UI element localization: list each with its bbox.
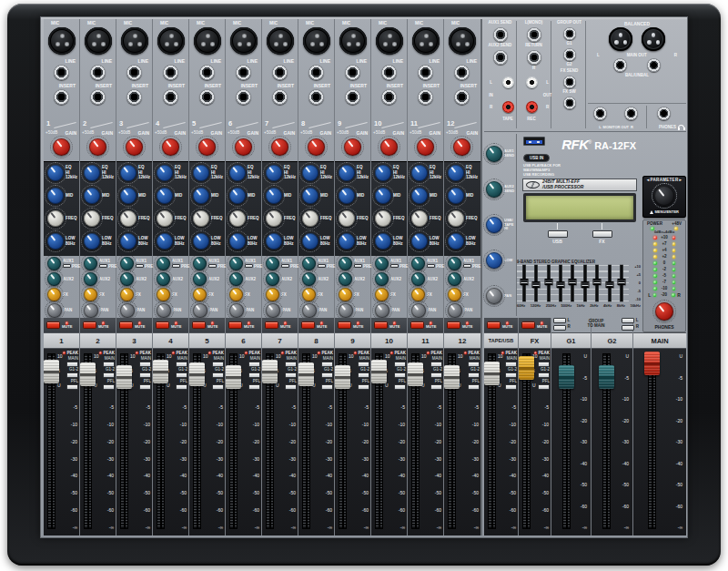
gain-knob[interactable] xyxy=(417,138,434,156)
low-eq-knob[interactable] xyxy=(411,233,428,250)
channel-fader[interactable] xyxy=(444,365,460,389)
aux2-level-knob[interactable] xyxy=(47,272,61,286)
fx-level-knob[interactable] xyxy=(266,288,279,301)
pan-knob[interactable] xyxy=(229,303,244,318)
fx-level-knob[interactable] xyxy=(375,288,389,301)
main-assign-button[interactable] xyxy=(139,362,151,367)
aux1-level-knob[interactable] xyxy=(157,257,170,270)
group-assign-button[interactable] xyxy=(468,372,480,378)
pan-knob[interactable] xyxy=(339,303,353,318)
group-assign-button[interactable] xyxy=(394,372,406,378)
fx-level-knob[interactable] xyxy=(84,288,97,301)
low-eq-knob[interactable] xyxy=(448,233,464,250)
aux1-level-knob[interactable] xyxy=(339,257,352,270)
pfl-button[interactable] xyxy=(212,384,224,390)
pfl-button[interactable] xyxy=(358,384,369,390)
fx-fader[interactable] xyxy=(519,356,534,380)
group-assign-button[interactable] xyxy=(538,372,550,378)
aux2-level-knob[interactable] xyxy=(448,272,461,286)
geq-band-slider[interactable] xyxy=(581,281,589,288)
gain-knob[interactable] xyxy=(380,138,398,156)
main-assign-button[interactable] xyxy=(103,362,115,367)
mute-button[interactable] xyxy=(338,321,351,329)
geq-band-slider[interactable] xyxy=(557,281,565,288)
aux2-level-knob[interactable] xyxy=(193,272,207,286)
mute-button[interactable] xyxy=(119,321,133,329)
gain-knob[interactable] xyxy=(198,138,216,156)
aux1-pre-button[interactable] xyxy=(63,264,71,269)
aux2-level-knob[interactable] xyxy=(84,272,97,286)
main-fader[interactable] xyxy=(644,352,660,375)
pfl-button[interactable] xyxy=(321,384,333,390)
aux1-pre-button[interactable] xyxy=(390,264,399,269)
group-assign-button[interactable] xyxy=(212,372,224,378)
group-assign-button[interactable] xyxy=(103,372,115,378)
hi-eq-knob[interactable] xyxy=(339,165,355,181)
channel-fader[interactable] xyxy=(371,360,387,383)
group-assign-button[interactable] xyxy=(248,372,260,378)
hi-eq-knob[interactable] xyxy=(229,165,246,181)
fx-mode-button[interactable] xyxy=(592,230,612,238)
aux1-level-knob[interactable] xyxy=(411,257,425,270)
aux2-level-knob[interactable] xyxy=(120,272,134,286)
channel-fader[interactable] xyxy=(153,360,168,383)
pan-knob[interactable] xyxy=(266,303,280,318)
hi-eq-knob[interactable] xyxy=(302,165,318,181)
group-assign-button[interactable] xyxy=(505,372,517,378)
low-eq-knob[interactable] xyxy=(157,233,173,250)
gain-knob[interactable] xyxy=(271,138,288,156)
aux2-level-knob[interactable] xyxy=(229,272,243,286)
main-assign-button[interactable] xyxy=(430,362,442,367)
geq-band-slider[interactable] xyxy=(569,279,577,285)
pan-knob[interactable] xyxy=(375,303,389,318)
hi-eq-knob[interactable] xyxy=(448,165,464,181)
pfl-button[interactable] xyxy=(538,384,550,390)
fx-level-knob[interactable] xyxy=(120,288,134,301)
mid-freq-knob[interactable] xyxy=(193,210,209,227)
pfl-button[interactable] xyxy=(66,384,78,390)
group1-to-main-l-button[interactable] xyxy=(553,318,566,323)
gain-knob[interactable] xyxy=(308,138,325,156)
pan-knob[interactable] xyxy=(157,303,171,318)
tape-aux2-send-knob[interactable] xyxy=(486,181,502,198)
mid-eq-knob[interactable] xyxy=(193,188,209,204)
fx-level-knob[interactable] xyxy=(229,288,243,301)
low-eq-knob[interactable] xyxy=(375,233,391,250)
pan-knob[interactable] xyxy=(193,303,207,318)
aux1-level-knob[interactable] xyxy=(302,257,316,270)
group-assign-button[interactable] xyxy=(176,372,187,378)
mid-eq-knob[interactable] xyxy=(47,188,64,204)
main-assign-button[interactable] xyxy=(321,362,333,367)
mid-freq-knob[interactable] xyxy=(157,210,173,227)
mid-freq-knob[interactable] xyxy=(411,210,428,227)
aux1-level-knob[interactable] xyxy=(375,257,389,270)
aux1-pre-button[interactable] xyxy=(136,264,144,269)
geq-band-slider[interactable] xyxy=(520,279,528,285)
channel-fader[interactable] xyxy=(262,360,278,383)
phones-level-knob[interactable] xyxy=(655,302,673,321)
mid-eq-knob[interactable] xyxy=(84,188,100,204)
tape-pan-knob[interactable] xyxy=(486,288,502,304)
aux2-level-knob[interactable] xyxy=(266,272,279,286)
low-eq-knob[interactable] xyxy=(84,233,100,250)
geq-band-slider[interactable] xyxy=(618,279,626,285)
aux2-level-knob[interactable] xyxy=(411,272,425,286)
fx-level-knob[interactable] xyxy=(193,288,207,301)
fx-level-knob[interactable] xyxy=(157,288,170,301)
mute-button[interactable] xyxy=(410,321,424,329)
parameter-knob[interactable] xyxy=(654,186,674,206)
mid-freq-knob[interactable] xyxy=(120,210,136,227)
channel-fader[interactable] xyxy=(298,362,314,386)
pan-knob[interactable] xyxy=(411,303,426,318)
group2-fader[interactable] xyxy=(599,365,614,389)
main-assign-button[interactable] xyxy=(248,362,260,367)
hi-eq-knob[interactable] xyxy=(266,165,282,181)
low-eq-knob[interactable] xyxy=(229,233,246,250)
group-assign-button[interactable] xyxy=(430,372,442,378)
mid-eq-knob[interactable] xyxy=(411,188,428,204)
pan-knob[interactable] xyxy=(448,303,462,318)
mute-button[interactable] xyxy=(447,321,460,329)
fx-level-knob[interactable] xyxy=(47,288,61,301)
group2-to-main-r-button[interactable] xyxy=(622,325,634,331)
mute-button[interactable] xyxy=(192,321,206,329)
